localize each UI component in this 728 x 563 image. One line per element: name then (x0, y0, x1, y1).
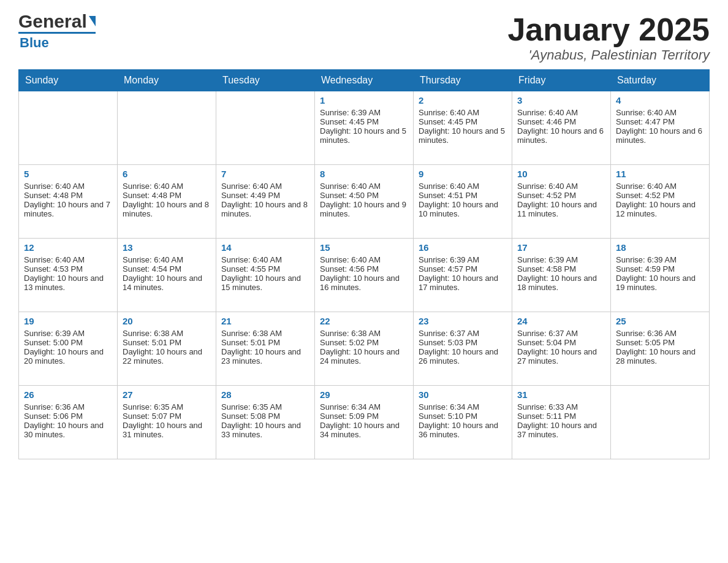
day-number: 29 (320, 389, 408, 400)
day-info: Daylight: 10 hours and 28 minutes. (616, 347, 704, 366)
day-info: Sunset: 4:59 PM (616, 264, 704, 274)
day-info: Daylight: 10 hours and 37 minutes. (517, 421, 605, 439)
day-info: Sunset: 4:46 PM (517, 117, 605, 126)
day-number: 11 (616, 169, 704, 179)
day-info: Sunset: 4:52 PM (616, 191, 704, 200)
day-number: 21 (221, 316, 309, 326)
day-info: Daylight: 10 hours and 24 minutes. (320, 347, 408, 366)
day-info: Daylight: 10 hours and 12 minutes. (616, 200, 704, 218)
calendar-cell: 26Sunrise: 6:36 AMSunset: 5:06 PMDayligh… (19, 386, 118, 459)
day-info: Sunrise: 6:39 AM (616, 255, 704, 264)
calendar-cell: 25Sunrise: 6:36 AMSunset: 5:05 PMDayligh… (611, 312, 710, 386)
day-header-friday: Friday (512, 70, 611, 91)
day-info: Daylight: 10 hours and 10 minutes. (419, 200, 507, 218)
day-info: Sunrise: 6:37 AM (517, 329, 605, 338)
calendar-cell: 20Sunrise: 6:38 AMSunset: 5:01 PMDayligh… (118, 312, 216, 386)
calendar-cell: 11Sunrise: 6:40 AMSunset: 4:52 PMDayligh… (611, 165, 710, 239)
calendar-cell: 17Sunrise: 6:39 AMSunset: 4:58 PMDayligh… (512, 239, 611, 312)
day-info: Sunrise: 6:34 AM (320, 402, 408, 412)
day-info: Sunset: 5:11 PM (517, 412, 605, 421)
day-number: 22 (320, 316, 408, 326)
day-number: 13 (123, 242, 211, 253)
calendar-week-5: 26Sunrise: 6:36 AMSunset: 5:06 PMDayligh… (19, 386, 710, 459)
calendar-week-4: 19Sunrise: 6:39 AMSunset: 5:00 PMDayligh… (19, 312, 710, 386)
day-number: 18 (616, 242, 704, 253)
day-info: Daylight: 10 hours and 26 minutes. (419, 347, 507, 366)
calendar-cell: 19Sunrise: 6:39 AMSunset: 5:00 PMDayligh… (19, 312, 118, 386)
day-info: Daylight: 10 hours and 5 minutes. (419, 126, 507, 145)
day-info: Sunrise: 6:37 AM (419, 329, 507, 338)
calendar-cell: 3Sunrise: 6:40 AMSunset: 4:46 PMDaylight… (512, 91, 611, 165)
calendar-cell: 8Sunrise: 6:40 AMSunset: 4:50 PMDaylight… (315, 165, 414, 239)
day-number: 23 (419, 316, 507, 326)
day-info: Sunrise: 6:35 AM (123, 402, 211, 412)
day-number: 24 (517, 316, 605, 326)
day-info: Sunset: 4:48 PM (123, 191, 211, 200)
day-info: Daylight: 10 hours and 15 minutes. (221, 274, 309, 292)
calendar-week-1: 1Sunrise: 6:39 AMSunset: 4:45 PMDaylight… (19, 91, 710, 165)
day-info: Daylight: 10 hours and 6 minutes. (616, 126, 704, 145)
calendar-cell: 12Sunrise: 6:40 AMSunset: 4:53 PMDayligh… (19, 239, 118, 312)
day-info: Daylight: 10 hours and 9 minutes. (320, 200, 408, 218)
calendar-cell: 9Sunrise: 6:40 AMSunset: 4:51 PMDaylight… (414, 165, 512, 239)
day-info: Sunset: 4:56 PM (320, 264, 408, 274)
day-info: Daylight: 10 hours and 27 minutes. (517, 347, 605, 366)
day-info: Sunset: 5:01 PM (123, 338, 211, 347)
day-info: Sunrise: 6:33 AM (517, 402, 605, 412)
day-number: 16 (419, 242, 507, 253)
day-info: Daylight: 10 hours and 20 minutes. (24, 347, 112, 366)
calendar-cell: 27Sunrise: 6:35 AMSunset: 5:07 PMDayligh… (118, 386, 216, 459)
day-info: Sunrise: 6:40 AM (616, 108, 704, 117)
day-info: Daylight: 10 hours and 36 minutes. (419, 421, 507, 439)
calendar-cell: 4Sunrise: 6:40 AMSunset: 4:47 PMDaylight… (611, 91, 710, 165)
day-info: Sunrise: 6:40 AM (320, 182, 408, 191)
day-number: 30 (419, 389, 507, 400)
day-number: 15 (320, 242, 408, 253)
day-info: Sunset: 4:57 PM (419, 264, 507, 274)
day-info: Sunrise: 6:40 AM (517, 182, 605, 191)
day-info: Sunset: 5:09 PM (320, 412, 408, 421)
day-info: Sunset: 5:07 PM (123, 412, 211, 421)
day-info: Sunset: 5:05 PM (616, 338, 704, 347)
day-info: Sunset: 5:00 PM (24, 338, 112, 347)
day-info: Sunrise: 6:40 AM (616, 182, 704, 191)
day-number: 3 (517, 95, 605, 105)
calendar-table: SundayMondayTuesdayWednesdayThursdayFrid… (18, 69, 710, 459)
day-info: Sunset: 4:50 PM (320, 191, 408, 200)
calendar-cell: 22Sunrise: 6:38 AMSunset: 5:02 PMDayligh… (315, 312, 414, 386)
day-number: 19 (24, 316, 112, 326)
day-number: 17 (517, 242, 605, 253)
calendar-cell: 6Sunrise: 6:40 AMSunset: 4:48 PMDaylight… (118, 165, 216, 239)
day-info: Daylight: 10 hours and 31 minutes. (123, 421, 211, 439)
day-info: Sunrise: 6:40 AM (221, 182, 309, 191)
calendar-cell (118, 91, 216, 165)
day-info: Sunrise: 6:40 AM (320, 255, 408, 264)
day-info: Daylight: 10 hours and 33 minutes. (221, 421, 309, 439)
calendar-cell: 28Sunrise: 6:35 AMSunset: 5:08 PMDayligh… (216, 386, 315, 459)
day-info: Daylight: 10 hours and 16 minutes. (320, 274, 408, 292)
day-header-tuesday: Tuesday (216, 70, 315, 91)
calendar-cell: 31Sunrise: 6:33 AMSunset: 5:11 PMDayligh… (512, 386, 611, 459)
day-info: Sunset: 4:45 PM (320, 117, 408, 126)
day-info: Sunrise: 6:39 AM (517, 255, 605, 264)
day-info: Sunset: 4:48 PM (24, 191, 112, 200)
calendar-cell: 15Sunrise: 6:40 AMSunset: 4:56 PMDayligh… (315, 239, 414, 312)
day-number: 28 (221, 389, 309, 400)
day-header-sunday: Sunday (19, 70, 118, 91)
day-number: 5 (24, 169, 112, 179)
day-number: 9 (419, 169, 507, 179)
logo-blue: Blue (20, 35, 49, 51)
day-info: Daylight: 10 hours and 7 minutes. (24, 200, 112, 218)
day-info: Sunset: 4:58 PM (517, 264, 605, 274)
calendar-cell: 14Sunrise: 6:40 AMSunset: 4:55 PMDayligh… (216, 239, 315, 312)
page-header: General Blue January 2025 'Aynabus, Pale… (18, 12, 710, 63)
calendar-cell: 18Sunrise: 6:39 AMSunset: 4:59 PMDayligh… (611, 239, 710, 312)
day-info: Daylight: 10 hours and 22 minutes. (123, 347, 211, 366)
calendar-cell (216, 91, 315, 165)
day-info: Sunrise: 6:34 AM (419, 402, 507, 412)
day-info: Sunrise: 6:39 AM (24, 329, 112, 338)
day-info: Sunset: 4:45 PM (419, 117, 507, 126)
calendar-cell: 2Sunrise: 6:40 AMSunset: 4:45 PMDaylight… (414, 91, 512, 165)
day-info: Daylight: 10 hours and 34 minutes. (320, 421, 408, 439)
day-info: Sunrise: 6:40 AM (123, 255, 211, 264)
